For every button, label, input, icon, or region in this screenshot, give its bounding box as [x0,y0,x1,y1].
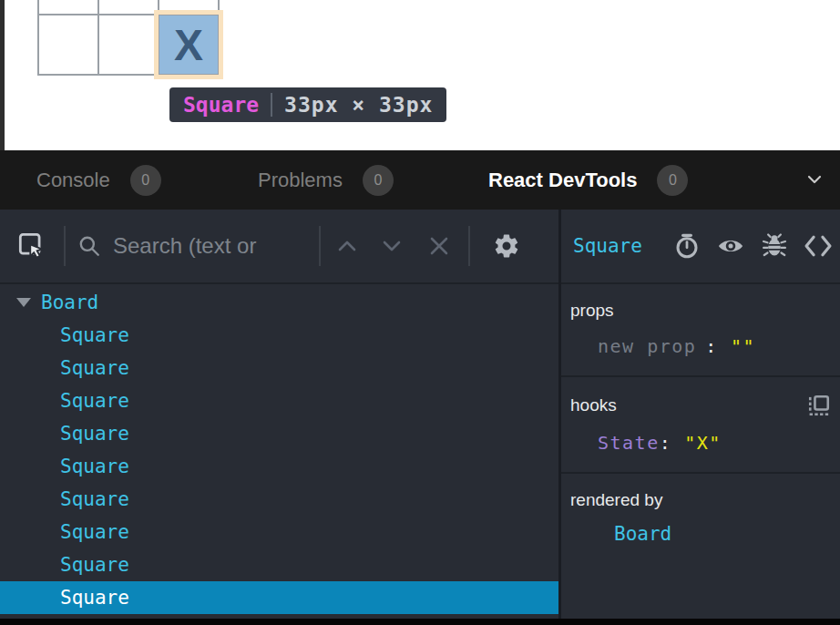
tab-label: Problems [258,169,343,192]
board-cell[interactable] [38,15,98,75]
props-title: props [570,301,614,321]
gear-icon[interactable] [470,232,543,260]
close-icon[interactable] [410,235,468,257]
selected-component-name: Square [573,235,642,257]
component-name: Square [60,357,129,379]
component-inspector-pane: Square [561,210,840,619]
component-name: Square [60,390,129,412]
component-name: Square [60,521,129,543]
tree-row-square[interactable]: Square [0,581,558,614]
bug-icon[interactable] [761,232,788,260]
tab-console[interactable]: Console 0 [36,150,161,210]
parse-hook-names-icon[interactable] [807,394,831,417]
inspect-element-icon[interactable] [0,232,64,260]
tooltip-dimensions: 33px × 33px [284,93,433,117]
board-cell[interactable] [159,0,219,15]
eye-icon[interactable] [716,232,745,260]
props-row: new prop : "" [598,335,831,357]
problems-count-badge: 0 [363,165,394,196]
component-name: Square [60,423,129,445]
view-source-icon[interactable] [804,233,833,259]
page-left-edge [0,0,5,150]
search-input[interactable] [113,233,319,259]
props-section: props new prop : "" [561,284,840,377]
tab-problems[interactable]: Problems 0 [258,150,394,210]
component-tree: BoardSquareSquareSquareSquareSquareSquar… [0,284,558,619]
react-devtools-count-badge: 0 [657,165,688,196]
tooltip-divider [271,93,272,117]
component-name: Square [60,324,129,346]
component-name: Square [60,587,129,609]
board-cell-inspected[interactable]: X [159,15,219,75]
search-icon [66,234,113,258]
cell-x-value: X [159,15,218,74]
colon: : [660,432,672,454]
rendered-by-link[interactable]: Board [614,523,671,545]
tree-row-square[interactable]: Square [0,384,558,417]
expander-triangle-icon[interactable] [16,298,31,307]
tooltip-component-name: Square [183,93,259,117]
tab-label: React DevTools [488,169,637,192]
drawer-tabbar: Console 0 Problems 0 React DevTools 0 [0,150,840,210]
stopwatch-icon[interactable] [673,232,701,260]
react-devtools-panel: BoardSquareSquareSquareSquareSquareSquar… [0,210,840,619]
board-cell[interactable] [98,0,159,15]
tree-row-square[interactable]: Square [0,483,558,516]
tree-toolbar [0,210,558,284]
hooks-section: hooks State : "X" [561,377,840,474]
components-tree-pane: BoardSquareSquareSquareSquareSquareSquar… [0,210,558,619]
component-name: Square [60,456,129,477]
hook-value-field[interactable]: "X" [684,432,722,454]
new-prop-field[interactable]: new prop [598,335,696,357]
chevron-down-icon[interactable] [374,239,410,253]
hooks-title: hooks [570,395,617,415]
colon: : [705,335,718,357]
component-name: Square [60,488,129,510]
chevron-up-icon[interactable] [321,239,374,253]
prop-value-field[interactable]: "" [731,335,755,357]
tab-react-devtools[interactable]: React DevTools 0 [488,150,688,210]
hook-name: State [598,432,660,454]
inspect-tooltip: Square 33px × 33px [169,87,446,122]
tree-row-square[interactable]: Square [0,352,558,384]
tree-row-square[interactable]: Square [0,548,558,581]
tree-row-square[interactable]: Square [0,319,558,352]
tree-row-square[interactable]: Square [0,417,558,450]
tab-label: Console [36,169,110,192]
tree-row-square[interactable]: Square [0,516,558,548]
inspected-page: X Square 33px × 33px [0,0,840,150]
rendered-by-section: rendered by Board [561,474,840,563]
tree-row-board[interactable]: Board [0,286,558,319]
board-cell[interactable] [98,15,159,75]
component-name: Square [60,554,129,576]
component-name: Board [41,292,98,313]
chevron-down-icon[interactable] [805,170,824,189]
rendered-by-title: rendered by [570,490,662,510]
console-count-badge: 0 [130,165,161,196]
bottom-edge-bar [0,619,840,625]
hook-state-row: State : "X" [598,432,831,454]
board-cell[interactable] [38,0,98,15]
tree-row-square[interactable]: Square [0,450,558,483]
tictactoe-board: X [37,0,220,76]
inspector-toolbar: Square [561,210,840,284]
